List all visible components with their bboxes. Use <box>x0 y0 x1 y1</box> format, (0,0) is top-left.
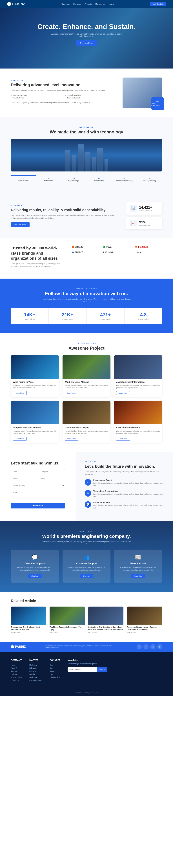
project-img-0 <box>11 355 59 379</box>
social-linkedin[interactable]: in <box>150 644 155 649</box>
trusted-title: Trusted by 30,000 world-class brands and… <box>11 246 61 261</box>
footer-tagline: We started our world with a commitment t… <box>45 645 117 649</box>
what-tag: WHAT WE DO <box>11 126 162 128</box>
send-now-button[interactable]: Send Now <box>11 503 65 508</box>
logo-foxhub: 🦊 FOXHUB <box>135 246 162 248</box>
footer-newsletter-title: Newsletter <box>68 659 107 661</box>
tower-4 <box>85 152 91 172</box>
premier-card-2: 📰 News & Article Fuentes tincidunt viver… <box>114 550 162 583</box>
project-btn-1[interactable]: Learn More <box>65 391 78 395</box>
nav-overview[interactable]: Overview <box>62 3 70 5</box>
logo-codelab: [b]CodeLab <box>103 251 131 253</box>
service-tab-0[interactable]: 01 Procurement <box>11 175 36 184</box>
form-phone-email-row <box>11 476 65 481</box>
project-btn-4[interactable]: Learn More <box>65 437 78 441</box>
footer-link-workshop[interactable]: Workshop <box>29 676 42 678</box>
social-facebook[interactable]: f <box>137 644 142 649</box>
footer-link-risk[interactable]: Risk Management <box>29 679 42 681</box>
project-desc-0: Fuentes tincidunt viverra ipisam stet ve… <box>13 384 57 389</box>
project-btn-3[interactable]: Learn More <box>13 437 27 441</box>
footer-link-fabrication[interactable]: Fabrication <box>29 667 42 669</box>
footer-link-mobility[interactable]: Mobility <box>29 673 42 675</box>
talking-section: Let's start talking with us Project Secu… <box>0 452 76 521</box>
service-tab-3[interactable]: 04 Construction <box>86 175 112 184</box>
power-stats: 14K+ Happy Clients 21K+ Projects Done 47… <box>11 308 162 324</box>
overview-desc: Lorem ipsum dolor sit amet, consectetur … <box>11 214 119 220</box>
message-textarea[interactable] <box>11 490 65 501</box>
footer-link-home[interactable]: Home <box>11 664 22 666</box>
premier-btn-2[interactable]: Read More <box>131 574 145 578</box>
premier-desc-1: Fuentes tincidunt viverra ipisam stet ve… <box>67 566 106 571</box>
project-btn-0[interactable]: Learn More <box>13 391 27 395</box>
project-title-3: Lampion Star Ship Building <box>13 427 57 429</box>
company-input[interactable] <box>39 469 65 474</box>
logo-circle: Ccircle <box>135 251 162 253</box>
footer-link-blog[interactable]: Blog <box>50 664 60 666</box>
footer-link-networks[interactable]: Networks <box>29 670 42 672</box>
newsletter-email-input[interactable] <box>68 667 97 672</box>
trusted-section: Trusted by 30,000 world-class brands and… <box>0 238 173 279</box>
footer-link-about[interactable]: About Us <box>11 667 22 669</box>
premier-btn-1[interactable]: Chat Now <box>80 574 93 578</box>
footer-link-contact[interactable]: Contact Us <box>11 679 22 681</box>
article-card-2: State of the City: Creating artists wher… <box>88 607 124 634</box>
article-date-2: April 12, 2023 <box>88 631 124 633</box>
services-image <box>11 139 162 172</box>
years-badge: 25+ Years Experience <box>151 97 164 110</box>
service-tab-1[interactable]: 02 Fabrication <box>36 175 61 184</box>
footer-link-machinery[interactable]: Machinery <box>29 664 42 666</box>
footer-link-faq[interactable]: FAQ <box>50 673 60 675</box>
project-card-5: Loke Industrial Matcha Fuentes tincidunt… <box>114 401 162 443</box>
nav-services[interactable]: Services <box>73 3 81 5</box>
hero-cta-button[interactable]: Discover More <box>76 40 97 46</box>
related-section: Related Article Transforming The Origins… <box>0 592 173 642</box>
footer-link-careers[interactable]: Careers <box>50 670 60 672</box>
social-youtube[interactable]: ▶ <box>157 644 162 649</box>
tower-3 <box>78 145 84 172</box>
power-num-0: 14K+ <box>15 312 44 317</box>
power-lbl-3: Overall Rating <box>129 318 158 320</box>
newsletter-signup-button[interactable]: Sign Up <box>97 667 107 672</box>
world-tag: FREE TALENT <box>11 530 162 532</box>
tower-5 <box>92 157 96 172</box>
service-tab-2[interactable]: 03 Engineering & <box>61 175 86 184</box>
nav-contact[interactable]: Contact Us <box>95 3 105 5</box>
footer-link-privacy[interactable]: Privacy Policy <box>50 676 60 678</box>
power-stat-0: 14K+ Happy Clients <box>11 308 49 324</box>
project-desc-2: Fuentes tincidunt viverra ipisam stet ve… <box>116 384 160 389</box>
project-body-2: Jakarta Airport International Fuentes ti… <box>114 379 162 397</box>
service-tab-4[interactable]: 05 Technical Consulting <box>112 175 137 184</box>
project-btn-2[interactable]: Learn More <box>116 391 130 395</box>
premier-icon-0: 💬 <box>15 554 55 560</box>
phone-input[interactable] <box>11 476 37 481</box>
social-twitter[interactable]: t <box>143 644 148 649</box>
navbar-cta-button[interactable]: Get Started <box>150 2 166 6</box>
premier-btn-0[interactable]: Chat Now <box>28 574 42 578</box>
nav-projects[interactable]: Projects <box>84 3 92 5</box>
project-security-select[interactable]: Project Security Option 1 Option 2 <box>11 483 65 488</box>
world-desc: Lorem ipsum dolor sit amet, consectetur … <box>41 540 132 545</box>
project-desc-1: Fuentes tincidunt viverra ipisam stet ve… <box>65 384 108 389</box>
who-we-are-section: WHO WE ARE Delivering advanced level inn… <box>0 68 173 117</box>
email-input[interactable] <box>39 476 65 481</box>
logo-icon <box>7 2 11 6</box>
footer-col-master: MASTER Machinery Fabrication Networks Mo… <box>29 659 42 682</box>
stat-lbl-0: Projects Completed <box>139 210 152 211</box>
project-body-1: Wind Energy at Monaco Fuentes tincidunt … <box>63 379 111 397</box>
service-tab-5[interactable]: 06 Geoengineering <box>137 175 162 184</box>
name-input[interactable] <box>11 469 37 474</box>
project-btn-5[interactable]: Learn More <box>116 437 130 441</box>
footer-link-news[interactable]: News & Bulletin <box>11 676 22 678</box>
footer-link-projects[interactable]: Projects <box>11 673 22 675</box>
footer-link-services[interactable]: Services <box>11 670 22 672</box>
footer-col-connect: CONNECT Blog Shop Careers FAQ Privacy Po… <box>50 659 60 682</box>
footer-link-shop[interactable]: Shop <box>50 667 60 669</box>
overview-cta-button[interactable]: Discover More <box>11 222 30 227</box>
project-card-1: Wind Energy at Monaco Fuentes tincidunt … <box>63 355 111 397</box>
project-card-4: Mateo Industrial Project Fuentes tincidu… <box>63 401 111 443</box>
premier-desc-0: Fuentes tincidunt viverra ipisam stet ve… <box>15 566 55 571</box>
build-feature-content-1: Technology & Innovations Lorem ipsum dol… <box>93 490 164 498</box>
article-body-3: Frozen reality and the art of cross-dist… <box>127 625 162 634</box>
nav-news[interactable]: News <box>109 3 114 5</box>
power-desc: Lorem ipsum dolor sit amet, consectetur … <box>41 298 132 302</box>
